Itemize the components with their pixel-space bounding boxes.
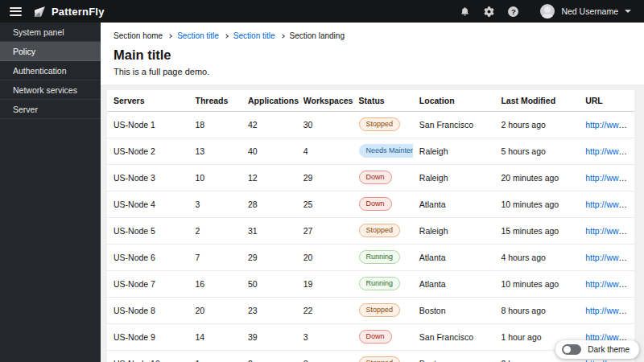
notifications-bell-icon[interactable] (460, 6, 470, 17)
breadcrumb-item[interactable]: Section title (233, 31, 275, 40)
url-link[interactable]: http://www.red... (585, 226, 634, 236)
cell-last_modified: 15 minutes ago (494, 217, 579, 244)
cell-workspaces: 3 (297, 350, 353, 362)
cell-applications: 31 (242, 217, 297, 244)
cell-applications: 23 (242, 297, 297, 323)
cell-applications: 50 (242, 270, 297, 297)
brand-name: PatternFly (52, 6, 105, 18)
cell-status: Running (353, 270, 413, 297)
cell-location: San Francisco (413, 111, 495, 138)
cell-location: Atlanta (413, 270, 495, 297)
table-row: US-Node 523127StoppedRaleigh15 minutes a… (107, 217, 634, 244)
nav-toggle-hamburger-icon[interactable] (10, 7, 22, 16)
cell-location: Boston (413, 297, 495, 323)
cell-applications: 40 (242, 138, 297, 164)
url-link[interactable]: http://www.red... (585, 146, 634, 156)
cell-applications: 39 (242, 323, 297, 350)
main-content: Section homeSection titleSection titleSe… (101, 23, 644, 362)
cell-status: Down (353, 164, 413, 191)
url-link[interactable]: http://www.red... (585, 306, 634, 315)
cell-last_modified: 10 minutes ago (494, 270, 579, 297)
cell-workspaces: 4 (297, 138, 353, 164)
cell-server: US-Node 2 (107, 138, 189, 164)
cell-threads: 14 (189, 323, 242, 350)
url-link[interactable]: http://www.red... (585, 120, 634, 130)
status-badge: Down (359, 197, 392, 212)
cell-threads: 20 (189, 297, 242, 323)
status-badge: Running (359, 277, 401, 291)
cell-server: US-Node 4 (107, 191, 189, 217)
cell-threads: 18 (189, 111, 242, 138)
page-subtitle: This is a full page demo. (114, 67, 631, 76)
url-link[interactable]: http://www.red... (585, 200, 634, 209)
breadcrumb-item: Section home (114, 31, 163, 40)
cell-status: Stopped (353, 217, 413, 244)
cell-server: US-Node 6 (107, 244, 189, 270)
brand[interactable]: PatternFly (33, 5, 105, 19)
sidebar-item-policy[interactable]: Policy (0, 42, 101, 61)
cell-url: http://www.red... (579, 244, 634, 270)
settings-gear-icon[interactable] (484, 6, 494, 17)
cell-applications: 29 (242, 244, 297, 270)
column-header-applications: Applications (242, 90, 297, 111)
table-row: US-Node 3101229DownRaleigh20 minutes ago… (107, 164, 634, 191)
servers-table: ServersThreadsApplicationsWorkspacesStat… (107, 90, 634, 362)
table-row: US-Node 1184230StoppedSan Francisco2 hou… (107, 111, 634, 138)
user-name: Ned Username (561, 6, 618, 16)
status-badge: Stopped (359, 356, 401, 362)
cell-threads: 16 (189, 270, 242, 297)
cell-server: US-Node 1 (107, 111, 189, 138)
table-row: US-Node 672920RunningAtlanta4 hours agoh… (107, 244, 634, 270)
sidebar-item-server[interactable]: Server (0, 100, 101, 119)
cell-server: US-Node 7 (107, 270, 189, 297)
cell-threads: 10 (189, 164, 242, 191)
breadcrumb-separator-icon (280, 34, 285, 39)
cell-threads: 1 (189, 350, 242, 362)
cell-workspaces: 30 (297, 111, 353, 138)
url-link[interactable]: http://www.red... (585, 173, 634, 183)
dark-theme-toggle[interactable] (562, 344, 581, 355)
cell-threads: 3 (189, 191, 242, 217)
cell-threads: 2 (189, 217, 242, 244)
url-link[interactable]: http://www.red... (585, 253, 634, 262)
sidebar-item-authentication[interactable]: Authentication (0, 61, 101, 80)
cell-location: Raleigh (413, 217, 495, 244)
status-badge: Stopped (359, 224, 401, 238)
dark-theme-label: Dark theme (588, 345, 630, 354)
cell-location: Boston (413, 350, 495, 362)
breadcrumb-item[interactable]: Section title (177, 31, 219, 40)
cell-applications: 12 (242, 164, 297, 191)
cell-server: US-Node 10 (107, 350, 189, 362)
cell-last_modified: 4 hours ago (494, 244, 579, 270)
url-link[interactable]: http://www.red... (585, 359, 634, 362)
cell-last_modified: 5 hours ago (494, 138, 579, 164)
cell-threads: 13 (189, 138, 242, 164)
cell-status: Stopped (353, 350, 413, 362)
cell-last_modified: 8 hours ago (494, 297, 579, 323)
column-header-servers: Servers (107, 90, 189, 111)
cell-url: http://www.red... (579, 138, 634, 164)
cell-workspaces: 27 (297, 217, 353, 244)
cell-location: Atlanta (413, 191, 495, 217)
cell-location: Raleigh (413, 138, 495, 164)
cell-last_modified: 2 hours ago (494, 111, 579, 138)
sidebar-item-network-services[interactable]: Network services (0, 80, 101, 100)
sidebar-item-system-panel[interactable]: System panel (0, 23, 101, 42)
masthead: PatternFly ? Ned Username (0, 0, 644, 23)
column-header-threads: Threads (189, 90, 242, 111)
user-menu[interactable]: Ned Username (540, 4, 634, 19)
patternfly-logo-icon (33, 5, 47, 19)
cell-workspaces: 22 (297, 297, 353, 323)
help-question-circle-icon[interactable]: ? (508, 6, 518, 17)
table-row: US-Node 432825DownAtlanta10 minutes agoh… (107, 191, 634, 217)
cell-server: US-Node 9 (107, 323, 189, 350)
cell-threads: 7 (189, 244, 242, 270)
column-header-url: URL (579, 90, 634, 111)
cell-status: Down (353, 323, 413, 350)
url-link[interactable]: http://www.red... (585, 279, 634, 289)
dark-theme-pill: Dark theme (555, 340, 639, 359)
column-header-workspaces: Workspaces (297, 90, 353, 111)
cell-location: Raleigh (413, 164, 495, 191)
cell-applications: 42 (242, 111, 297, 138)
status-badge: Down (359, 171, 392, 185)
